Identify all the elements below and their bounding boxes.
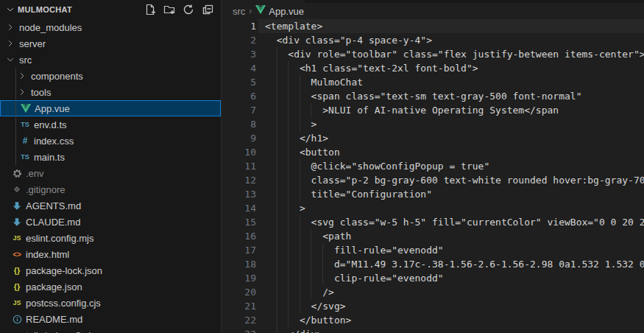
tree-item-claude-md[interactable]: CLAUDE.md — [0, 214, 221, 230]
tree-item-app-vue[interactable]: App.vue — [0, 100, 221, 116]
code-line-11[interactable]: 11 @click="showConfigPopup = true" — [222, 159, 644, 173]
tree-item-label: main.ts — [34, 152, 65, 163]
tree-item-components[interactable]: components — [0, 68, 221, 84]
ts-icon: TS — [19, 151, 31, 163]
tree-item-package-json[interactable]: {}package.json — [0, 278, 221, 295]
code-line-13[interactable]: 13 title="Configuration" — [222, 187, 644, 201]
tree-item-label: README.md — [26, 314, 82, 325]
tree-item-label: index.html — [26, 249, 69, 260]
breadcrumb-folder[interactable]: src — [233, 6, 245, 17]
collapse-all-icon[interactable] — [202, 4, 213, 15]
new-folder-icon[interactable] — [163, 4, 175, 15]
code-line-22[interactable]: 22 </button> — [222, 313, 644, 327]
code-text: > — [265, 119, 316, 130]
code-line-20[interactable]: 20 /> — [222, 285, 644, 299]
line-number: 16 — [222, 231, 256, 242]
code-text: MulmoChat — [265, 77, 363, 88]
gear-icon — [11, 167, 23, 179]
tree-item-label: AGENTS.md — [26, 200, 81, 211]
tree-item-package-lock-json[interactable]: {}package-lock.json — [0, 262, 221, 278]
tree-item-index-html[interactable]: <>index.html — [0, 246, 221, 262]
tree-item-readme-md[interactable]: README.md — [0, 311, 221, 327]
line-number: 17 — [222, 245, 256, 256]
code-line-8[interactable]: 8 > — [222, 117, 644, 131]
line-number: 3 — [222, 49, 256, 60]
code-line-4[interactable]: 4 <h1 class="text-2xl font-bold"> — [222, 61, 644, 75]
code-text: <template> — [265, 21, 322, 32]
tree-item-tools[interactable]: tools — [0, 84, 221, 100]
code-line-9[interactable]: 9 </h1> — [222, 131, 644, 145]
code-text: class="p-2 bg-gray-600 text-white rounde… — [265, 175, 644, 186]
code-line-2[interactable]: 2 <div class="p-4 space-y-4"> — [222, 33, 644, 47]
tree-item-server[interactable]: server — [0, 35, 221, 52]
code-line-7[interactable]: 7 >NLUI of AI-native Operating System</s… — [222, 103, 644, 117]
new-file-icon[interactable] — [144, 4, 156, 15]
code-line-3[interactable]: 3 <div role="toolbar" class="flex justif… — [222, 47, 644, 61]
markdown-icon — [11, 200, 23, 211]
code-line-6[interactable]: 6 <span class="text-sm text-gray-500 fon… — [222, 89, 644, 103]
explorer-section-header[interactable]: MULMOCHAT — [0, 0, 221, 19]
tree-item-agents-md[interactable]: AGENTS.md — [0, 197, 221, 214]
code-area[interactable]: 1<template>2 <div class="p-4 space-y-4">… — [222, 19, 644, 333]
tree-item-main-ts[interactable]: TSmain.ts — [0, 149, 221, 165]
code-line-15[interactable]: 15 <svg class="w-5 h-5" fill="currentCol… — [222, 215, 644, 229]
tree-item-node-modules[interactable]: node_modules — [0, 19, 221, 35]
code-line-1[interactable]: 1<template> — [222, 19, 644, 33]
tree-item-src[interactable]: src — [0, 52, 221, 68]
code-line-16[interactable]: 16 <path — [222, 229, 644, 243]
code-line-10[interactable]: 10 <button — [222, 145, 644, 159]
code-line-14[interactable]: 14 > — [222, 201, 644, 215]
js-icon: JS — [11, 329, 23, 333]
code-text: </div> — [265, 329, 322, 333]
code-line-19[interactable]: 19 clip-rule="evenodd" — [222, 271, 644, 285]
json-icon: {} — [11, 264, 23, 276]
tree-item-label: tailwind.config.js — [26, 330, 96, 333]
tree-item-label: env.d.ts — [34, 119, 67, 130]
tree-item-label: postcss.config.cjs — [26, 298, 101, 309]
tree-item--gitignore[interactable]: .gitignore — [0, 181, 221, 197]
chevron-right-icon — [4, 21, 16, 33]
line-number: 4 — [222, 63, 256, 74]
code-line-5[interactable]: 5 MulmoChat — [222, 75, 644, 89]
line-number: 11 — [222, 161, 256, 172]
tree-item-tailwind-config-js[interactable]: JStailwind.config.js — [0, 327, 221, 333]
explorer-sidebar: MULMOCHAT node_modulesserversrccomponent… — [0, 0, 222, 333]
code-line-21[interactable]: 21 </svg> — [222, 299, 644, 313]
css-icon: # — [19, 135, 31, 147]
js-icon: JS — [11, 232, 23, 244]
tree-item-env-d-ts[interactable]: TSenv.d.ts — [0, 116, 221, 133]
chevron-right-icon — [4, 38, 16, 49]
tree-item-postcss-config-cjs[interactable]: JSpostcss.config.cjs — [0, 295, 221, 311]
tree-item-label: node_modules — [19, 22, 82, 33]
breadcrumb-separator-icon: › — [249, 6, 252, 16]
code-text: d="M11.49 3.17c-.38-1.56-2.6-1.56-2.98 0… — [265, 259, 644, 270]
code-text: > — [265, 203, 305, 214]
code-text: @click="showConfigPopup = true" — [265, 161, 489, 172]
tree-item-label: index.css — [34, 136, 74, 147]
json-icon: {} — [11, 281, 23, 292]
code-line-18[interactable]: 18 d="M11.49 3.17c-.38-1.56-2.6-1.56-2.9… — [222, 257, 644, 271]
line-number: 15 — [222, 217, 256, 228]
chevron-right-icon — [16, 70, 28, 82]
refresh-icon[interactable] — [183, 4, 194, 15]
breadcrumb-file[interactable]: App.vue — [255, 5, 304, 17]
git-icon — [11, 183, 23, 195]
code-text: </h1> — [265, 133, 328, 144]
js-icon: JS — [11, 297, 23, 309]
code-line-23[interactable]: 23 </div> — [222, 327, 644, 333]
line-number: 14 — [222, 203, 256, 214]
code-line-12[interactable]: 12 class="p-2 bg-gray-600 text-white rou… — [222, 173, 644, 187]
code-text: >NLUI of AI-native Operating System</spa… — [265, 105, 559, 116]
line-number: 23 — [222, 329, 256, 333]
code-line-17[interactable]: 17 fill-rule="evenodd" — [222, 243, 644, 257]
workspace-title: MULMOCHAT — [18, 5, 72, 14]
tree-item-index-css[interactable]: #index.css — [0, 133, 221, 149]
code-text: <span class="text-sm text-gray-500 font-… — [265, 91, 581, 102]
line-number: 19 — [222, 273, 256, 284]
tree-item-eslint-config-mjs[interactable]: JSeslint.config.mjs — [0, 230, 221, 246]
tree-item-label: package.json — [26, 281, 82, 292]
code-text: <svg class="w-5 h-5" fill="currentColor"… — [265, 217, 644, 228]
code-text: title="Configuration" — [265, 189, 432, 200]
tree-item--env[interactable]: .env — [0, 165, 221, 181]
ts-icon: TS — [19, 119, 31, 130]
